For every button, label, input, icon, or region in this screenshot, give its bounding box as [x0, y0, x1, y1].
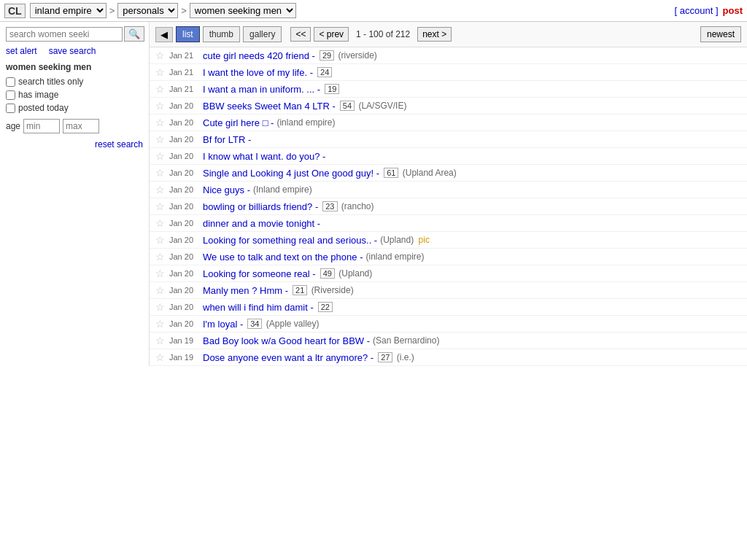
location-select[interactable]: inland empire: [30, 3, 107, 18]
has-image-checkbox[interactable]: [6, 90, 15, 100]
favorite-star[interactable]: ☆: [155, 251, 165, 262]
search-titles-checkbox[interactable]: [6, 77, 15, 87]
first-page-button[interactable]: <<: [290, 27, 311, 42]
posted-today-label: posted today: [18, 103, 69, 113]
search-input[interactable]: [6, 27, 123, 42]
listing-location: (Upland Area): [403, 168, 457, 178]
favorite-star[interactable]: ☆: [155, 351, 165, 363]
favorite-star[interactable]: ☆: [155, 83, 165, 95]
save-search-link[interactable]: save search: [49, 46, 96, 56]
listing-date: Jan 19: [169, 353, 197, 362]
listing-title[interactable]: bowling or billiards friend? -: [203, 201, 318, 212]
layout: 🔍 set alert save search women seeking me…: [0, 22, 747, 366]
listing-location: (Upland): [338, 268, 372, 279]
newest-button[interactable]: newest: [700, 26, 741, 42]
favorite-star[interactable]: ☆: [155, 66, 165, 78]
account-link[interactable]: [ account ]: [675, 5, 719, 16]
listing-meta: 54 (LA/SGV/IE): [338, 101, 407, 111]
listing-title[interactable]: Looking for someone real -: [203, 268, 316, 279]
favorite-star[interactable]: ☆: [155, 301, 165, 313]
listing-age: 27: [378, 352, 392, 362]
favorite-star[interactable]: ☆: [155, 50, 165, 61]
post-link[interactable]: post: [723, 5, 743, 16]
listing-title[interactable]: Nice guys -: [203, 184, 250, 195]
favorite-star[interactable]: ☆: [155, 167, 165, 179]
prev-page-button[interactable]: < prev: [314, 27, 349, 42]
subcategory-select[interactable]: women seeking men: [190, 3, 296, 18]
listing-location: (LA/SGV/IE): [358, 101, 406, 111]
listing-age: 54: [340, 101, 355, 111]
listing-title[interactable]: dinner and a movie tonight -: [203, 218, 320, 229]
filter-image: has image: [6, 90, 143, 100]
listing-title[interactable]: I'm loyal -: [203, 319, 243, 330]
favorite-star[interactable]: ☆: [155, 234, 165, 246]
listing-meta: 21 (Riverside): [291, 285, 354, 295]
listing-title[interactable]: Dose anyone even want a ltr anymore? -: [203, 352, 374, 363]
next-page-button[interactable]: next >: [417, 27, 452, 42]
alert-save-row: set alert save search: [6, 46, 143, 56]
listing-title[interactable]: Bf for LTR -: [203, 134, 251, 145]
listing-row: ☆Jan 20Looking for something real and se…: [150, 232, 747, 249]
tab-gallery[interactable]: gallery: [243, 26, 282, 42]
listing-title[interactable]: I want a man in uniform. ... -: [203, 84, 320, 95]
back-button[interactable]: ◀: [155, 27, 173, 42]
listing-title[interactable]: BBW seeks Sweet Man 4 LTR -: [203, 101, 336, 112]
listing-age: 29: [320, 50, 334, 61]
favorite-star[interactable]: ☆: [155, 100, 165, 112]
listing-row: ☆Jan 20dinner and a movie tonight -: [150, 215, 747, 232]
listing-age: 22: [318, 302, 333, 312]
listing-title[interactable]: cute girl needs 420 friend -: [203, 50, 315, 61]
favorite-star[interactable]: ☆: [155, 268, 165, 279]
favorite-star[interactable]: ☆: [155, 201, 165, 212]
listing-row: ☆Jan 20Looking for someone real -49 (Upl…: [150, 265, 747, 282]
listing-meta: (Inland empire): [253, 184, 312, 195]
reset-search-link[interactable]: reset search: [6, 139, 143, 149]
listing-meta: 49 (Upland): [319, 268, 373, 279]
listing-date: Jan 20: [169, 303, 197, 311]
listing-date: Jan 21: [169, 51, 197, 60]
listing-location: (inland empire): [276, 117, 335, 128]
listing-title[interactable]: I know what I want. do you? -: [203, 151, 325, 162]
posted-today-checkbox[interactable]: [6, 104, 15, 113]
listing-title[interactable]: Manly men ? Hmm -: [203, 285, 288, 296]
listing-title[interactable]: We use to talk and text on the phone -: [203, 252, 363, 262]
listing-title[interactable]: Looking for something real and serious..…: [203, 235, 377, 246]
pager-nav: << < prev 1 - 100 of 212 next >: [290, 27, 452, 42]
listing-title[interactable]: Cute girl here □ -: [203, 117, 274, 128]
category-select[interactable]: personals: [117, 3, 178, 18]
tab-thumb[interactable]: thumb: [203, 26, 240, 42]
listing-title[interactable]: I want the love of my life. -: [203, 67, 313, 78]
favorite-star[interactable]: ☆: [155, 184, 165, 195]
age-min-input[interactable]: [23, 119, 60, 133]
listing-meta: 61 (Upland Area): [382, 168, 457, 178]
listing-meta: 34 (Apple valley): [246, 319, 319, 329]
listing-date: Jan 20: [169, 269, 197, 278]
age-max-input[interactable]: [63, 119, 99, 133]
search-button[interactable]: 🔍: [124, 26, 144, 42]
top-right: [ account ] post: [675, 5, 743, 16]
favorite-star[interactable]: ☆: [155, 284, 165, 296]
listing-location: (Riverside): [311, 285, 354, 295]
favorite-star[interactable]: ☆: [155, 318, 165, 330]
listing-row: ☆Jan 20Manly men ? Hmm -21 (Riverside): [150, 282, 747, 299]
set-alert-link[interactable]: set alert: [6, 46, 37, 56]
listing-date: Jan 20: [169, 202, 197, 211]
listing-title[interactable]: Single and Looking 4 just One good guy! …: [203, 168, 379, 179]
favorite-star[interactable]: ☆: [155, 335, 165, 346]
listing-row: ☆Jan 19Dose anyone even want a ltr anymo…: [150, 349, 747, 366]
listing-date: Jan 21: [169, 85, 197, 93]
favorite-star[interactable]: ☆: [155, 133, 165, 145]
listing-meta: 29 (riverside): [318, 50, 377, 61]
listing-title[interactable]: when will i find him damit -: [203, 302, 314, 313]
category-label: women seeking men: [6, 62, 143, 72]
listing-title[interactable]: Bad Boy look w/a Good heart for BBW -: [203, 335, 370, 346]
nav-arrow-2: >: [181, 5, 187, 16]
listing-location: (Upland): [380, 235, 414, 245]
favorite-star[interactable]: ☆: [155, 117, 165, 128]
listing-date: Jan 19: [169, 336, 197, 345]
favorite-star[interactable]: ☆: [155, 150, 165, 162]
favorite-star[interactable]: ☆: [155, 217, 165, 229]
listing-row: ☆Jan 21I want a man in uniform. ... -19: [150, 81, 747, 98]
main-content: ◀ list thumb gallery << < prev 1 - 100 o…: [150, 22, 747, 366]
tab-list[interactable]: list: [176, 26, 200, 42]
